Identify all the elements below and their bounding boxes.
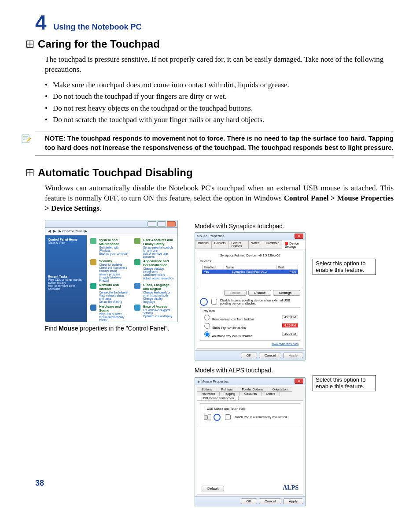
close-button[interactable]: ×	[295, 379, 303, 384]
tray-option-remove[interactable]: Remove tray icon from taskbar	[202, 313, 254, 321]
maximize-button[interactable]	[157, 221, 166, 227]
caption-alps: Models with ALPS touchpad.	[195, 367, 394, 374]
control-panel-item[interactable]: SecurityCheck for updatesCheck this comp…	[90, 259, 130, 282]
cancel-button[interactable]: Cancel	[259, 353, 281, 358]
sidebar-task[interactable]: Add or remove user accounts	[48, 284, 75, 290]
category-links[interactable]: Play CDs or other media automaticallyPri…	[99, 312, 130, 322]
tab-pointers[interactable]: Pointers	[211, 240, 229, 249]
svg-rect-3	[22, 135, 29, 143]
dialog-title: 🖱 Mouse Properties	[197, 379, 229, 383]
apply-button[interactable]: Apply	[283, 498, 303, 504]
col-enabled: Enabled	[203, 265, 224, 269]
breadcrumb[interactable]: ▶ Control Panel ▶	[59, 229, 87, 233]
category-icon	[90, 259, 96, 265]
svg-rect-8	[208, 415, 211, 420]
note-text: NOTE: The touchpad responds to movement …	[45, 134, 394, 152]
ok-button[interactable]: OK	[241, 353, 258, 358]
tab-bar: Buttons Pointers Pointer Options Orienta…	[195, 385, 305, 400]
tab-device-settings[interactable]: Device Settings	[282, 241, 306, 249]
close-button[interactable]	[167, 221, 176, 227]
category-links[interactable]: Change desktop backgroundCustomize color…	[143, 267, 174, 280]
clock-badge: 4:20 PM	[282, 323, 298, 327]
tab-hardware[interactable]: Hardware	[263, 240, 282, 249]
devices-table-row[interactable]: Yes Synaptics TouchPad V6.2 PS/2	[202, 270, 298, 274]
title-text: Mouse Properties	[201, 379, 229, 383]
cell-port: PS/2	[290, 270, 296, 273]
section-title-caring: Caring for the Touchpad	[38, 38, 160, 50]
minimize-button[interactable]	[147, 221, 156, 227]
precautions-list: Make sure the touchpad does not come int…	[45, 79, 394, 126]
category-icon	[90, 238, 96, 244]
clock-badge: 4:20 PM	[282, 315, 298, 319]
sidebar-head: Control Panel Home	[48, 238, 77, 241]
apply-button[interactable]: Apply	[283, 353, 303, 358]
address-bar[interactable]: ◀ ▶ ▶ Control Panel ▶	[45, 228, 177, 235]
category-title: Network and Internet	[99, 283, 130, 291]
category-icon	[134, 283, 140, 289]
synaptics-link[interactable]: www.synaptics.com	[200, 342, 298, 346]
note-icon	[21, 134, 31, 144]
tray-option-static[interactable]: Static tray icon in taskbar	[202, 322, 247, 329]
control-panel-item[interactable]: Clock, Language, and RegionChange keyboa…	[134, 283, 174, 304]
touchpad-invalidate-checkbox[interactable]	[225, 414, 231, 420]
disable-button[interactable]: Disable	[248, 290, 272, 296]
callout-circle-icon	[214, 414, 221, 421]
chapter-title: Using the Notebook PC	[54, 22, 142, 32]
settings-button[interactable]: Settings...	[273, 290, 300, 296]
control-panel-item[interactable]: Network and InternetConnect to the Inter…	[90, 283, 130, 304]
control-panel-item[interactable]: Hardware and SoundPlay CDs or other medi…	[90, 305, 130, 322]
cell-enabled: Yes	[204, 270, 209, 273]
control-panel-item[interactable]: System and MaintenanceGet started with W…	[90, 238, 130, 259]
tab-pointer-options[interactable]: Pointer Options	[228, 240, 249, 249]
category-links[interactable]: Connect to the InternetView network stat…	[99, 291, 130, 304]
page-number: 38	[35, 479, 44, 488]
nav-fwd-icon[interactable]: ▶	[53, 229, 56, 233]
sidebar-classic-view[interactable]: Classic View	[48, 241, 66, 244]
category-title: Appearance and Personalization	[143, 259, 174, 267]
cancel-button[interactable]: Cancel	[259, 498, 281, 504]
section-title-auto-disable: Automatic Touchpad Disabling	[38, 167, 193, 179]
category-links[interactable]: Get started with WindowsBack up your com…	[99, 246, 130, 255]
tab-others[interactable]: Others	[261, 391, 280, 396]
caption-bold: Mouse	[59, 325, 78, 332]
tray-option-animated[interactable]: Animated tray icon in taskbar	[202, 330, 252, 338]
category-links[interactable]: Check for updatesCheck this computer's s…	[99, 263, 130, 282]
callout-box: Select this option to enable this featur…	[313, 259, 376, 275]
bullet: Do not scratch the touchpad with your fi…	[45, 114, 394, 126]
enable-button[interactable]: Enable	[224, 290, 247, 296]
tab-wheel[interactable]: Wheel	[248, 240, 263, 249]
category-icon	[134, 238, 140, 244]
svg-rect-7	[204, 416, 207, 420]
category-links[interactable]: Set up parental controls for any userAdd…	[143, 246, 174, 259]
bullet: Do not rest heavy objects on the touchpa…	[45, 103, 394, 114]
ok-button[interactable]: OK	[241, 498, 258, 504]
category-title: Ease of Access	[143, 305, 174, 308]
bullet: Make sure the touchpad does not come int…	[45, 79, 394, 91]
para-text: .	[99, 204, 101, 212]
devices-table-header: Enabled Name Port	[202, 265, 298, 270]
devices-label: Devices:	[200, 260, 300, 263]
nav-back-icon[interactable]: ◀	[48, 229, 51, 233]
default-button[interactable]: Default	[202, 486, 224, 491]
sidebar-task[interactable]: Play CDs or other media automatically	[48, 278, 81, 284]
tab-buttons[interactable]: Buttons	[195, 240, 212, 249]
radio-label: Remove tray icon from taskbar	[212, 318, 254, 321]
section-icon	[26, 41, 33, 48]
control-panel-item[interactable]: User Accounts and Family SafetySet up pa…	[134, 238, 174, 259]
category-links[interactable]: Change keyboards or other input methodsC…	[143, 291, 174, 304]
group-label: USB Mouse and Touch Pad	[206, 407, 246, 410]
category-links[interactable]: Let Windows suggest settingsOptimize vis…	[143, 308, 174, 318]
synaptics-icon	[285, 242, 288, 245]
close-button[interactable]: ×	[295, 234, 303, 239]
tab-gestures[interactable]: Gestures	[239, 391, 262, 396]
control-panel-items: System and MaintenanceGet started with W…	[87, 235, 177, 322]
disable-on-usb-checkbox[interactable]	[211, 299, 217, 305]
alps-dialog: 🖱 Mouse Properties × Buttons Pointers Po…	[195, 377, 306, 506]
tab-bar: Buttons Pointers Pointer Options Wheel H…	[195, 240, 305, 249]
control-panel-item[interactable]: Ease of AccessLet Windows suggest settin…	[134, 305, 174, 322]
callout-box: Select this option to enable this featur…	[313, 375, 376, 391]
category-title: Clock, Language, and Region	[143, 283, 174, 291]
control-panel-item[interactable]: Appearance and PersonalizationChange des…	[134, 259, 174, 282]
caption-text: Find	[45, 325, 59, 332]
caption-text: properties in the "Control Panel".	[78, 325, 169, 332]
